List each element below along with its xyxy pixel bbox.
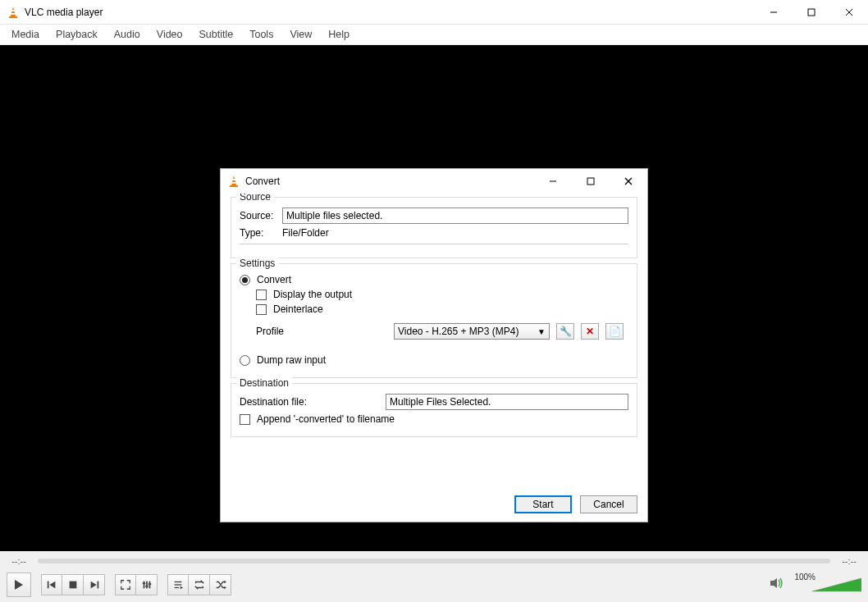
convert-dialog: Convert Source Source: Type: File/Folde bbox=[220, 168, 648, 522]
menu-media[interactable]: Media bbox=[3, 25, 48, 43]
svg-rect-23 bbox=[146, 581, 148, 589]
seek-slider[interactable] bbox=[38, 559, 830, 563]
speaker-icon[interactable] bbox=[770, 577, 784, 593]
svg-rect-9 bbox=[232, 179, 235, 180]
chevron-down-icon: ▼ bbox=[537, 327, 546, 336]
destination-file-label: Destination file: bbox=[240, 396, 379, 408]
convert-radio-label: Convert bbox=[257, 274, 291, 285]
svg-rect-27 bbox=[148, 583, 151, 585]
new-profile-button[interactable]: 📄 bbox=[605, 323, 624, 340]
shuffle-button[interactable] bbox=[210, 574, 231, 595]
svg-rect-19 bbox=[69, 581, 76, 589]
svg-marker-34 bbox=[770, 578, 777, 588]
time-elapsed[interactable]: --:-- bbox=[7, 556, 31, 566]
dialog-button-row: Start Cancel bbox=[221, 494, 647, 522]
svg-marker-35 bbox=[812, 578, 861, 591]
video-area: Convert Source Source: Type: File/Folde bbox=[0, 45, 868, 551]
type-value: File/Folder bbox=[282, 227, 329, 239]
start-button-label: Start bbox=[532, 499, 553, 510]
menu-video[interactable]: Video bbox=[148, 25, 191, 43]
vlc-cone-icon bbox=[7, 6, 20, 19]
svg-rect-26 bbox=[145, 586, 148, 587]
vlc-cone-icon bbox=[227, 175, 240, 188]
edit-profile-button[interactable]: 🔧 bbox=[556, 323, 574, 340]
svg-marker-20 bbox=[90, 581, 96, 589]
time-total[interactable]: --:-- bbox=[837, 556, 861, 566]
main-menubar: Media Playback Audio Video Subtitle Tool… bbox=[0, 25, 868, 45]
svg-rect-22 bbox=[143, 581, 144, 589]
volume-slider[interactable] bbox=[812, 577, 861, 593]
svg-rect-13 bbox=[587, 178, 594, 185]
destination-file-input[interactable] bbox=[386, 394, 628, 410]
main-window-title: VLC media player bbox=[25, 7, 103, 18]
main-minimize-button[interactable] bbox=[755, 0, 793, 25]
svg-marker-31 bbox=[180, 586, 184, 590]
cancel-button-label: Cancel bbox=[593, 499, 624, 510]
play-icon bbox=[12, 578, 25, 591]
settings-legend: Settings bbox=[236, 258, 278, 269]
vlc-main-window: VLC media player Media Playback Audio Vi… bbox=[0, 0, 868, 602]
svg-rect-2 bbox=[11, 13, 15, 15]
fullscreen-button[interactable] bbox=[115, 574, 136, 595]
skip-back-icon bbox=[46, 579, 57, 591]
svg-rect-3 bbox=[9, 16, 17, 18]
dialog-titlebar: Convert bbox=[221, 169, 647, 194]
wrench-icon: 🔧 bbox=[560, 326, 572, 337]
svg-rect-1 bbox=[11, 10, 15, 11]
main-titlebar: VLC media player bbox=[0, 0, 868, 25]
menu-playback[interactable]: Playback bbox=[48, 25, 106, 43]
deinterlace-checkbox[interactable] bbox=[256, 304, 267, 315]
convert-radio[interactable] bbox=[240, 275, 250, 285]
dialog-minimize-button[interactable] bbox=[534, 169, 572, 194]
menu-view[interactable]: View bbox=[281, 25, 320, 43]
cancel-button[interactable]: Cancel bbox=[580, 495, 637, 513]
dialog-maximize-button[interactable] bbox=[572, 169, 610, 194]
main-close-button[interactable] bbox=[830, 0, 868, 25]
menu-help[interactable]: Help bbox=[320, 25, 358, 43]
svg-rect-10 bbox=[231, 182, 235, 184]
profile-label: Profile bbox=[256, 326, 387, 337]
menu-subtitle[interactable]: Subtitle bbox=[191, 25, 242, 43]
source-input[interactable] bbox=[282, 208, 628, 224]
svg-marker-16 bbox=[15, 580, 23, 590]
source-label: Source: bbox=[240, 210, 276, 221]
dialog-close-button[interactable] bbox=[610, 169, 647, 194]
menu-tools[interactable]: Tools bbox=[241, 25, 281, 43]
profile-select[interactable]: Video - H.265 + MP3 (MP4) ▼ bbox=[394, 323, 550, 340]
loop-icon bbox=[194, 579, 205, 591]
display-output-checkbox[interactable] bbox=[256, 290, 267, 300]
next-button[interactable] bbox=[84, 574, 105, 595]
svg-marker-8 bbox=[231, 176, 236, 185]
stop-icon bbox=[67, 579, 79, 591]
equalizer-icon bbox=[141, 579, 153, 591]
loop-button[interactable] bbox=[189, 574, 210, 595]
main-maximize-button[interactable] bbox=[793, 0, 830, 25]
svg-rect-25 bbox=[142, 582, 145, 584]
svg-rect-21 bbox=[97, 581, 98, 589]
display-output-label: Display the output bbox=[273, 289, 352, 300]
start-button[interactable]: Start bbox=[514, 495, 572, 513]
svg-rect-17 bbox=[48, 581, 49, 589]
shuffle-icon bbox=[215, 579, 226, 591]
delete-profile-button[interactable]: ✕ bbox=[581, 323, 599, 340]
source-legend: Source bbox=[236, 194, 274, 203]
dump-raw-radio[interactable] bbox=[240, 355, 250, 366]
deinterlace-label: Deinterlace bbox=[273, 303, 323, 315]
previous-button[interactable] bbox=[41, 574, 62, 595]
destination-legend: Destination bbox=[236, 377, 292, 389]
play-button[interactable] bbox=[7, 572, 31, 597]
stop-button[interactable] bbox=[62, 574, 84, 595]
svg-marker-32 bbox=[224, 581, 226, 584]
settings-group: Settings Convert Display the output Dein… bbox=[231, 263, 637, 378]
seek-row: --:-- --:-- bbox=[0, 551, 868, 571]
profile-select-value: Video - H.265 + MP3 (MP4) bbox=[398, 326, 519, 337]
destination-group: Destination Destination file: Append '-c… bbox=[231, 383, 637, 437]
playlist-button[interactable] bbox=[167, 574, 189, 595]
append-converted-checkbox[interactable] bbox=[240, 414, 250, 425]
extended-settings-button[interactable] bbox=[136, 574, 158, 595]
svg-marker-33 bbox=[224, 586, 226, 590]
playlist-icon bbox=[172, 579, 184, 591]
source-group: Source Source: Type: File/Folder bbox=[231, 197, 637, 258]
menu-audio[interactable]: Audio bbox=[106, 25, 148, 43]
delete-icon: ✕ bbox=[586, 326, 594, 337]
